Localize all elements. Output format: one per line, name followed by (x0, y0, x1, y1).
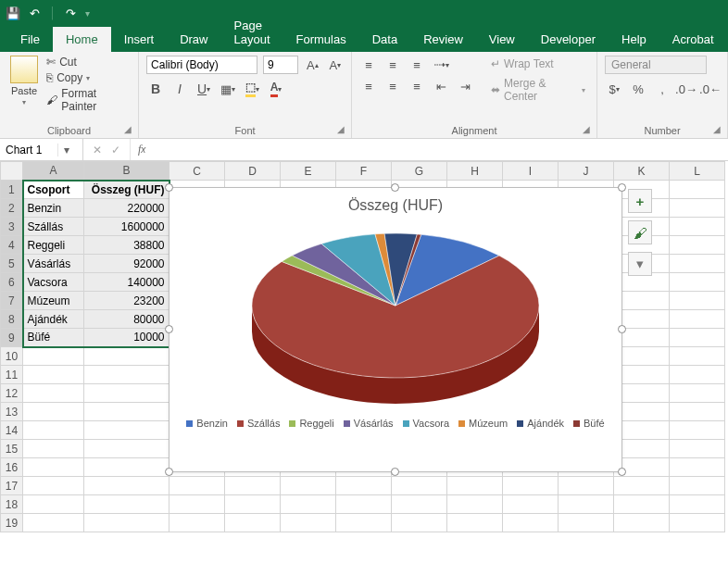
paste-button[interactable]: Paste ▾ (7, 56, 41, 113)
resize-handle[interactable] (618, 183, 626, 192)
decrease-indent-icon[interactable]: ⇤ (432, 77, 450, 95)
merge-center-button[interactable]: ⬌Merge & Center ▾ (487, 75, 589, 105)
align-top-icon[interactable]: ≡ (359, 56, 378, 74)
col-header-F[interactable]: F (336, 162, 392, 181)
cell-A10[interactable] (23, 347, 84, 366)
tab-draw[interactable]: Draw (167, 27, 220, 52)
increase-indent-icon[interactable]: ⇥ (456, 77, 474, 95)
cell-A13[interactable] (23, 403, 84, 421)
accounting-format-icon[interactable]: $ ▾ (605, 80, 623, 98)
orientation-icon[interactable]: ⭬ ▾ (432, 56, 450, 74)
worksheet-grid[interactable]: ABCDEFGHIJKL1CsoportÖsszeg (HUF)2Benzin2… (0, 161, 728, 563)
col-header-I[interactable]: I (503, 162, 559, 181)
cell-L13[interactable] (670, 403, 725, 421)
cell-I18[interactable] (503, 495, 559, 514)
cell-L11[interactable] (670, 366, 725, 384)
chart-styles-button[interactable]: 🖌 (628, 220, 652, 244)
row-header-15[interactable]: 15 (1, 440, 23, 458)
cell-E17[interactable] (281, 477, 336, 495)
cell-B16[interactable] (84, 458, 169, 477)
row-header-16[interactable]: 16 (1, 458, 23, 477)
legend-item[interactable]: Múzeum (458, 418, 508, 429)
legend-item[interactable]: Reggeli (289, 418, 333, 429)
row-header-7[interactable]: 7 (1, 292, 23, 310)
row-header-12[interactable]: 12 (1, 384, 23, 403)
alignment-launcher-icon[interactable]: ◢ (583, 124, 594, 135)
resize-handle[interactable] (165, 183, 173, 192)
align-center-icon[interactable]: ≡ (383, 77, 402, 95)
cell-B4[interactable]: 38800 (84, 236, 169, 255)
cell-A7[interactable]: Múzeum (23, 292, 84, 310)
cell-L18[interactable] (670, 495, 725, 514)
row-header-5[interactable]: 5 (1, 255, 23, 273)
cell-C19[interactable] (169, 514, 225, 532)
col-header-E[interactable]: E (281, 162, 336, 181)
col-header-L[interactable]: L (670, 162, 725, 181)
cell-J19[interactable] (559, 514, 614, 532)
tab-file[interactable]: File (7, 27, 53, 52)
cell-B11[interactable] (84, 366, 169, 384)
col-header-D[interactable]: D (225, 162, 281, 181)
row-header-14[interactable]: 14 (1, 421, 23, 440)
cell-A6[interactable]: Vacsora (23, 273, 84, 292)
increase-decimal-icon[interactable]: .0→ (677, 80, 696, 98)
cell-L7[interactable] (670, 292, 725, 310)
cell-L5[interactable] (670, 255, 725, 273)
font-launcher-icon[interactable]: ◢ (337, 124, 348, 135)
cell-I17[interactable] (503, 477, 559, 495)
tab-view[interactable]: View (476, 27, 528, 52)
col-header-A[interactable]: A (23, 162, 84, 181)
cell-L9[interactable] (670, 329, 725, 347)
select-all-corner[interactable] (1, 162, 23, 181)
cell-D17[interactable] (225, 477, 281, 495)
formula-input[interactable] (153, 139, 728, 160)
resize-handle[interactable] (618, 325, 626, 333)
decrease-decimal-icon[interactable]: .0← (701, 80, 720, 98)
percent-format-icon[interactable]: % (629, 80, 647, 98)
row-header-19[interactable]: 19 (1, 514, 23, 532)
cell-G18[interactable] (392, 495, 447, 514)
cell-A8[interactable]: Ajándék (23, 310, 84, 329)
cell-L14[interactable] (670, 421, 725, 440)
resize-handle[interactable] (391, 183, 399, 192)
row-header-3[interactable]: 3 (1, 218, 23, 236)
cell-B7[interactable]: 23200 (84, 292, 169, 310)
legend-item[interactable]: Ajándék (517, 418, 564, 429)
increase-font-icon[interactable]: A▴ (304, 56, 321, 74)
cell-F18[interactable] (336, 495, 392, 514)
borders-button[interactable]: ▦ ▾ (219, 80, 237, 98)
col-header-J[interactable]: J (559, 162, 614, 181)
tab-insert[interactable]: Insert (111, 27, 168, 52)
col-header-H[interactable]: H (447, 162, 503, 181)
cell-B3[interactable]: 1600000 (84, 218, 169, 236)
row-header-18[interactable]: 18 (1, 495, 23, 514)
cell-B19[interactable] (84, 514, 169, 532)
tab-developer[interactable]: Developer (528, 27, 609, 52)
row-header-17[interactable]: 17 (1, 477, 23, 495)
legend-item[interactable]: Vásárlás (344, 418, 394, 429)
undo-icon[interactable]: ↶ (30, 6, 40, 20)
name-box-dropdown-icon[interactable]: ▾ (57, 144, 74, 156)
chart-title[interactable]: Összeg (HUF) (169, 188, 621, 218)
chart-legend[interactable]: BenzinSzállásReggeliVásárlásVacsoraMúzeu… (169, 412, 621, 434)
font-name-select[interactable] (146, 56, 257, 74)
legend-item[interactable]: Büfé (573, 418, 605, 429)
cell-L3[interactable] (670, 218, 725, 236)
cell-K19[interactable] (614, 514, 670, 532)
row-header-11[interactable]: 11 (1, 366, 23, 384)
row-header-13[interactable]: 13 (1, 403, 23, 421)
chart-filters-button[interactable]: ▾ (628, 252, 652, 276)
copy-button[interactable]: ⎘Copy ▾ (46, 71, 131, 84)
cell-L19[interactable] (670, 514, 725, 532)
tab-formulas[interactable]: Formulas (283, 27, 359, 52)
cell-A1[interactable]: Csoport (23, 181, 84, 199)
cell-A17[interactable] (23, 477, 84, 495)
cell-G17[interactable] (392, 477, 447, 495)
resize-handle[interactable] (618, 468, 626, 476)
align-left-icon[interactable]: ≡ (359, 77, 378, 95)
cell-B15[interactable] (84, 440, 169, 458)
col-header-G[interactable]: G (392, 162, 447, 181)
chart-plot-area[interactable] (169, 218, 621, 412)
cell-A19[interactable] (23, 514, 84, 532)
tab-data[interactable]: Data (359, 27, 410, 52)
